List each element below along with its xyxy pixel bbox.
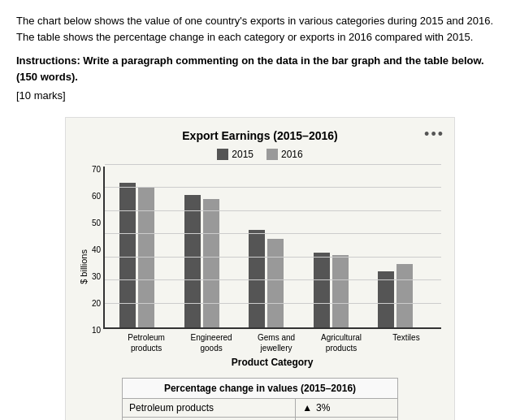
table-cell-value: ▲8.5% bbox=[296, 417, 398, 420]
x-label-3: Agriculturalproducts bbox=[313, 332, 370, 353]
bar-2016-3 bbox=[332, 255, 349, 327]
table-cell-pct: 3% bbox=[316, 402, 330, 414]
x-label-1: Engineeredgoods bbox=[183, 332, 240, 353]
chart-body: $ billions 10 20 30 40 50 60 70 Petroleu… bbox=[79, 167, 441, 368]
legend-label-2015: 2015 bbox=[232, 149, 254, 160]
bar-2015-1 bbox=[184, 195, 201, 327]
bar-2016-1 bbox=[203, 199, 219, 327]
chart-area: ••• Export Earnings (2015–2016) 2015 201… bbox=[65, 117, 455, 421]
more-options-icon[interactable]: ••• bbox=[424, 126, 444, 143]
chart-legend: 2015 2016 bbox=[79, 149, 441, 160]
y-axis-labels: 10 20 30 40 50 60 70 bbox=[92, 167, 101, 329]
table-cell-category: Engineered goods bbox=[123, 417, 296, 420]
bar-chart bbox=[103, 167, 441, 329]
x-axis-title: Product Category bbox=[103, 357, 441, 368]
bar-group-1 bbox=[184, 195, 241, 327]
chart-inner: PetroleumproductsEngineeredgoodsGems and… bbox=[103, 167, 441, 368]
x-label-0: Petroleumproducts bbox=[118, 332, 175, 353]
bar-2016-2 bbox=[267, 239, 284, 327]
arrow-up-icon: ▲ bbox=[302, 402, 312, 414]
legend-label-2016: 2016 bbox=[281, 149, 303, 160]
data-table-section: Percentage change in values (2015–2016) … bbox=[122, 378, 398, 421]
bar-2016-4 bbox=[396, 264, 413, 327]
x-axis-labels: PetroleumproductsEngineeredgoodsGems and… bbox=[111, 329, 441, 353]
y-axis-label: $ billions bbox=[79, 249, 89, 284]
table-row: Petroleum products▲3% bbox=[123, 399, 398, 418]
bar-group-4 bbox=[378, 264, 435, 327]
legend-item-2016: 2016 bbox=[266, 149, 303, 160]
table-cell-category: Petroleum products bbox=[123, 399, 296, 418]
data-table: Petroleum products▲3%Engineered goods▲8.… bbox=[122, 399, 398, 421]
legend-box-2015 bbox=[217, 149, 228, 160]
bar-group-3 bbox=[314, 253, 370, 327]
table-row: Engineered goods▲8.5% bbox=[123, 417, 398, 420]
marks-text: [10 marks] bbox=[16, 88, 504, 104]
instructions-text: Instructions: Write a paragraph commenti… bbox=[16, 53, 504, 84]
bar-2015-0 bbox=[119, 183, 136, 327]
bar-group-2 bbox=[249, 230, 306, 327]
description-text: The chart below shows the value of one c… bbox=[16, 13, 504, 45]
table-title: Percentage change in values (2015–2016) bbox=[122, 378, 398, 399]
bar-2015-3 bbox=[314, 253, 330, 327]
bar-2015-2 bbox=[249, 230, 265, 327]
bar-group-0 bbox=[119, 183, 176, 327]
legend-item-2015: 2015 bbox=[217, 149, 254, 160]
legend-box-2016 bbox=[266, 149, 278, 160]
x-label-2: Gems andjewellery bbox=[248, 332, 305, 353]
chart-title: Export Earnings (2015–2016) bbox=[79, 129, 441, 142]
x-label-4: Textiles bbox=[378, 332, 435, 353]
table-cell-value: ▲3% bbox=[296, 399, 398, 418]
